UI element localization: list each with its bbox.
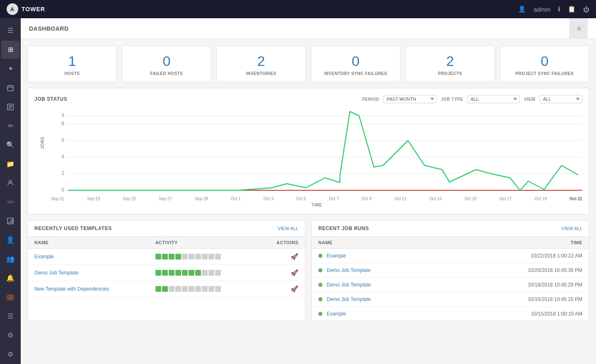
page-settings-button[interactable] — [569, 18, 588, 39]
activity-bar-empty — [195, 286, 201, 292]
activity-bar-empty — [189, 254, 194, 260]
sidebar-item-credentials[interactable]: ✏ — [1, 116, 19, 135]
x-label-oct11: Oct 11 — [395, 197, 407, 201]
clipboard-icon[interactable]: 📋 — [568, 5, 576, 13]
activity-bar-success — [155, 254, 161, 260]
job-run-row: Demo Job Template10/16/2018 10:45:15 PM — [312, 292, 589, 307]
x-label-oct13: Oct 13 — [429, 197, 441, 201]
sidebar-item-search[interactable]: 🔍 — [1, 136, 19, 154]
stat-number-projects: 2 — [410, 53, 490, 69]
job-runs-table-header: NAME TIME — [312, 237, 589, 249]
main-content: DASHBOARD 1 HOSTS 0 FAILED HOSTS 2 INVEN… — [21, 18, 596, 364]
sidebar: ☰ ⊞ ✦ ✏ 🔍 📁 </> 👤 👥 🔔 💼 ☰ ⚙ ⚙ — [0, 18, 21, 364]
topnav-right: 👤 admin ℹ 📋 ⏻ — [518, 5, 589, 13]
sidebar-item-reports[interactable] — [1, 212, 19, 230]
sidebar-item-list[interactable]: ☰ — [1, 307, 19, 325]
template-name-link[interactable]: New Template with Dependencies — [34, 286, 109, 292]
activity-bar-success — [195, 270, 201, 276]
activity-bar-empty — [169, 286, 174, 292]
activity-bar-empty — [208, 286, 214, 292]
stat-card-project-sync-failures[interactable]: 0 PROJECT SYNC FAILURES — [500, 46, 589, 82]
period-label: PERIOD — [362, 97, 379, 102]
svg-text:2: 2 — [61, 170, 64, 176]
info-icon[interactable]: ℹ — [558, 5, 560, 13]
sidebar-item-inventories[interactable]: 📁 — [1, 155, 19, 173]
sidebar-item-schedule[interactable] — [1, 79, 19, 97]
job-run-row: Demo Job Template10/18/2018 10:45:29 PM — [312, 278, 589, 292]
launch-template-button[interactable]: 🚀 — [291, 285, 298, 292]
launch-template-button[interactable]: 🚀 — [291, 253, 298, 260]
job-run-name-link[interactable]: Example — [327, 253, 531, 259]
stat-label-project-sync-failures: PROJECT SYNC FAILURES — [504, 71, 585, 76]
activity-bar-empty — [202, 270, 208, 276]
period-select[interactable]: PAST MONTH PAST WEEK PAST TWO WEEKS — [383, 95, 437, 103]
job-run-name-link[interactable]: Demo Job Template — [327, 282, 528, 288]
x-label-oct19: Oct 19 — [535, 197, 547, 201]
stat-number-inventories: 2 — [221, 53, 301, 69]
stat-card-inventories[interactable]: 2 INVENTORIES — [216, 46, 306, 82]
activity-bar-empty — [182, 254, 188, 260]
topnav-username[interactable]: admin — [533, 6, 550, 13]
activity-bar-success — [175, 270, 181, 276]
svg-text:4: 4 — [61, 154, 64, 160]
x-label-oct1: Oct 1 — [231, 197, 241, 201]
sidebar-item-hosts[interactable] — [1, 174, 19, 192]
svg-text:6: 6 — [61, 137, 64, 143]
templates-col-actions: ACTIONS — [257, 237, 305, 249]
job-col-name-label: NAME — [318, 240, 571, 245]
activity-bar-empty — [202, 286, 208, 292]
sidebar-item-settings[interactable]: ⚙ — [1, 345, 19, 363]
template-name-link[interactable]: Example — [34, 254, 54, 260]
sidebar-item-templates[interactable] — [1, 98, 19, 116]
stat-card-projects[interactable]: 2 PROJECTS — [405, 46, 495, 82]
templates-col-name: NAME — [28, 237, 149, 249]
power-icon[interactable]: ⏻ — [583, 6, 589, 13]
job-runs-view-all-link[interactable]: VIEW ALL — [562, 226, 582, 231]
activity-bar-empty — [215, 254, 221, 260]
sidebar-menu-toggle[interactable]: ☰ — [1, 22, 19, 40]
job-run-time: 10/18/2018 10:45:29 PM — [528, 282, 582, 288]
job-status-indicator — [318, 268, 322, 272]
templates-panel: RECENTLY USED TEMPLATES VIEW ALL NAME AC… — [27, 220, 305, 321]
sidebar-item-integrations[interactable]: ⚙ — [1, 326, 19, 344]
x-axis-label: TIME — [51, 203, 582, 207]
svg-text:9: 9 — [61, 112, 64, 118]
activity-bar-empty — [215, 270, 221, 276]
view-select[interactable]: ALL SUCCESSFUL FAILED — [540, 95, 582, 103]
sidebar-item-jobs[interactable]: ✦ — [1, 60, 19, 78]
x-label-oct9: Oct 9 — [362, 197, 372, 201]
sidebar-item-users[interactable]: 👤 — [1, 231, 19, 249]
stat-label-inventory-sync-failures: INVENTORY SYNC FAILURES — [315, 71, 396, 76]
sidebar-item-dashboard[interactable]: ⊞ — [1, 41, 19, 59]
stat-card-failed-hosts[interactable]: 0 FAILED HOSTS — [122, 46, 211, 82]
sidebar-item-management[interactable]: 💼 — [1, 288, 19, 306]
job-run-time: 10/20/2018 10:45:36 PM — [528, 267, 582, 273]
job-status-indicator — [318, 312, 322, 316]
activity-bar-success — [162, 254, 168, 260]
job-run-name-link[interactable]: Demo Job Template — [327, 296, 528, 302]
stat-number-project-sync-failures: 0 — [504, 53, 585, 69]
activity-bar-empty — [195, 254, 201, 260]
jobtype-select[interactable]: ALL PLAYBOOK RUN SCM UPDATE INVENTORY SY… — [467, 95, 520, 103]
stat-card-hosts[interactable]: 1 HOSTS — [27, 46, 117, 82]
job-run-name-link[interactable]: Demo Job Template — [327, 267, 528, 273]
job-status-indicator — [318, 297, 322, 301]
x-label-oct5: Oct 5 — [296, 197, 306, 201]
chart-svg: .grid-line{stroke:#e8e8e8;stroke-width:1… — [51, 107, 582, 194]
stat-card-inventory-sync-failures[interactable]: 0 INVENTORY SYNC FAILURES — [311, 46, 400, 82]
app-logo[interactable]: A TOWER — [7, 3, 45, 15]
launch-template-button[interactable]: 🚀 — [291, 269, 298, 276]
templates-panel-title: RECENTLY USED TEMPLATES — [34, 226, 112, 231]
templates-view-all-link[interactable]: VIEW ALL — [278, 226, 298, 231]
template-name-link[interactable]: Demo Job Template — [34, 270, 79, 276]
sidebar-item-teams[interactable]: 👥 — [1, 250, 19, 268]
job-run-name-link[interactable]: Example — [327, 311, 531, 317]
stat-number-failed-hosts: 0 — [126, 53, 207, 69]
sidebar-item-code[interactable]: </> — [1, 193, 19, 211]
activity-bar-success — [162, 286, 168, 292]
chart-wrapper: JOBS .grid-line{stroke:#e8e8e8;stroke-wi… — [34, 107, 582, 207]
view-label: VIEW — [524, 97, 535, 102]
stat-label-failed-hosts: FAILED HOSTS — [126, 71, 207, 76]
sidebar-item-notifications[interactable]: 🔔 — [1, 269, 19, 287]
svg-rect-0 — [7, 86, 13, 91]
